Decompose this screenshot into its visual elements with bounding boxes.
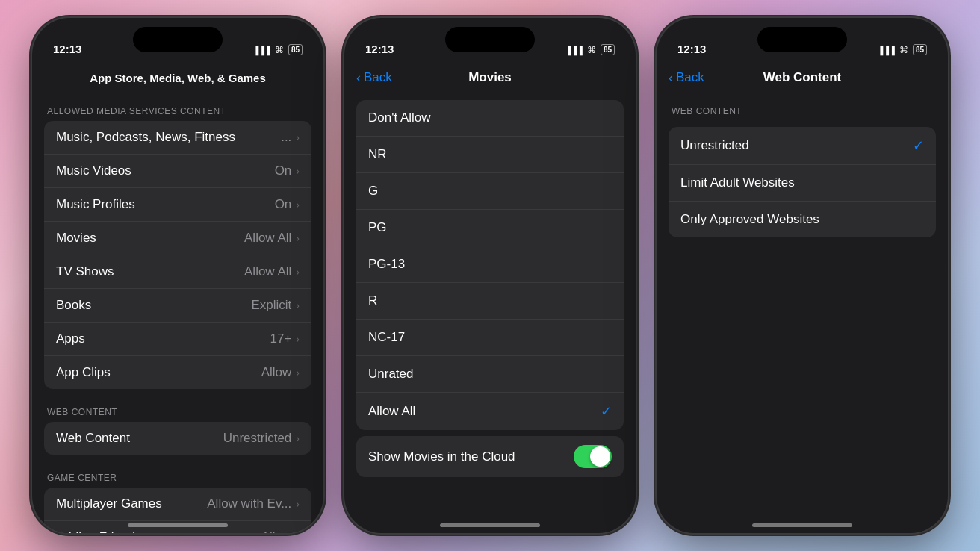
toggle-knob [590,446,610,467]
list-item-tv-shows[interactable]: TV Shows Allow All › [44,255,311,289]
rating-label: PG-13 [368,257,405,272]
list-item-music-profiles[interactable]: Music Profiles On › [44,188,311,222]
section-header-web3: WEB CONTENT [657,94,948,121]
web-options-list: Unrestricted ✓ Limit Adult Websites Only… [669,127,936,237]
web-option-label: Unrestricted [680,138,749,153]
rating-label: PG [368,220,387,235]
web-item-unrestricted[interactable]: Unrestricted ✓ [669,127,936,165]
wifi-icon-3: ⌘ [899,45,908,55]
item-value: Allow [261,530,292,533]
movie-item-unrated[interactable]: Unrated [356,356,624,393]
item-label: Books [56,298,91,313]
signal-icon-2: ▐▐▐ [565,46,582,55]
rating-label: NC-17 [368,330,405,345]
back-chevron-icon: ‹ [669,70,673,86]
web-list-group: Web Content Unrestricted › [44,422,311,455]
content-1: ALLOWED MEDIA SERVICES CONTENT Music, Po… [32,94,323,533]
selected-checkmark: ✓ [913,137,924,154]
wifi-icon-2: ⌘ [587,45,596,55]
chevron-icon: › [296,367,300,379]
time-2: 12:13 [365,43,394,55]
cloud-label: Show Movies in the Cloud [368,449,515,464]
back-button-3[interactable]: ‹ Back [669,70,704,86]
back-label-2: Back [364,70,392,85]
movie-item-nc17[interactable]: NC-17 [356,320,624,356]
chevron-icon: › [296,299,300,311]
movie-item-pg13[interactable]: PG-13 [356,246,624,283]
chevron-icon: › [296,165,300,177]
section-header-web: WEB CONTENT [32,395,323,422]
item-value: On [275,197,292,212]
web-item-approved-only[interactable]: Only Approved Websites [669,202,936,237]
item-value: On [275,164,292,178]
phone3: 12:13 ▐▐▐ ⌘ 85 ‹ Back Web Content WEB CO… [657,18,948,533]
list-item-web-content[interactable]: Web Content Unrestricted › [44,422,311,455]
battery-1: 85 [288,44,303,55]
list-item-multiplayer[interactable]: Multiplayer Games Allow with Ev... › [44,488,311,521]
time-3: 12:13 [677,43,706,55]
item-value: Allow All [244,231,291,246]
list-item-books[interactable]: Books Explicit › [44,289,311,323]
movie-item-nr[interactable]: NR [356,137,624,173]
list-item-app-clips[interactable]: App Clips Allow › [44,356,311,389]
page-title-3: Web Content [763,70,842,85]
movie-item-g[interactable]: G [356,173,624,210]
home-indicator-2 [440,523,540,527]
dynamic-island-3 [757,27,847,52]
list-item-music-videos[interactable]: Music Videos On › [44,155,311,188]
item-label: Multiplayer Games [56,496,162,511]
back-button-2[interactable]: ‹ Back [356,70,392,86]
item-value: ... [281,130,291,145]
battery-2: 85 [601,44,615,55]
signal-icon-3: ▐▐▐ [877,46,894,55]
rating-label: NR [368,147,387,162]
web-item-limit-adult[interactable]: Limit Adult Websites [669,165,936,202]
time-1: 12:13 [53,43,81,55]
chevron-icon: › [296,199,300,211]
page-title-1: App Store, Media, Web, & Games [90,72,266,84]
status-icons-1: ▐▐▐ ⌘ 85 [252,44,303,55]
item-label: Adding Friends [56,530,141,533]
selected-checkmark: ✓ [601,403,612,420]
movie-item-r[interactable]: R [356,283,624,320]
rating-label: Don't Allow [368,110,431,125]
list-item-movies[interactable]: Movies Allow All › [44,222,311,255]
item-label: Music, Podcasts, News, Fitness [56,130,235,145]
chevron-icon: › [296,266,300,278]
status-icons-2: ▐▐▐ ⌘ 85 [565,44,615,55]
item-value: Allow with Ev... [207,496,291,511]
dynamic-island-2 [445,27,535,52]
web-option-label: Only Approved Websites [680,212,819,227]
chevron-icon: › [296,432,300,444]
list-item-apps[interactable]: Apps 17+ › [44,323,311,356]
rating-label: Allow All [368,404,415,419]
item-value: Allow All [244,264,291,279]
movie-item-allow-all[interactable]: Allow All ✓ [356,393,624,430]
status-icons-3: ▐▐▐ ⌘ 85 [877,44,927,55]
nav-bar-1: App Store, Media, Web, & Games [32,61,323,94]
item-label: App Clips [56,365,111,380]
signal-icon-1: ▐▐▐ [252,46,270,55]
nav-bar-3: ‹ Back Web Content [657,61,948,94]
phone1: 12:13 ▐▐▐ ⌘ 85 App Store, Media, Web, & … [32,18,323,533]
back-label-3: Back [676,70,704,85]
chevron-icon: › [296,498,300,510]
chevron-icon: › [296,232,300,244]
page-title-2: Movies [468,70,512,85]
back-chevron-icon: ‹ [356,70,361,86]
item-value: Unrestricted [223,431,292,446]
item-label: TV Shows [56,264,114,279]
cloud-toggle[interactable] [574,445,612,468]
list-item-music-podcasts[interactable]: Music, Podcasts, News, Fitness ... › [44,121,311,155]
chevron-icon: › [296,131,300,143]
movie-item-pg[interactable]: PG [356,210,624,246]
item-value: Explicit [251,298,291,313]
chevron-icon: › [296,333,300,345]
item-label: Music Profiles [56,197,135,212]
wifi-icon-1: ⌘ [275,45,284,55]
movie-ratings-list: Don't Allow NR G PG PG-13 R NC-17 Unrate… [356,100,624,430]
item-label: Movies [56,231,96,246]
section-header-game: GAME CENTER [32,461,323,488]
movie-item-dont-allow[interactable]: Don't Allow [356,100,624,137]
cloud-toggle-row: Show Movies in the Cloud [356,436,624,477]
